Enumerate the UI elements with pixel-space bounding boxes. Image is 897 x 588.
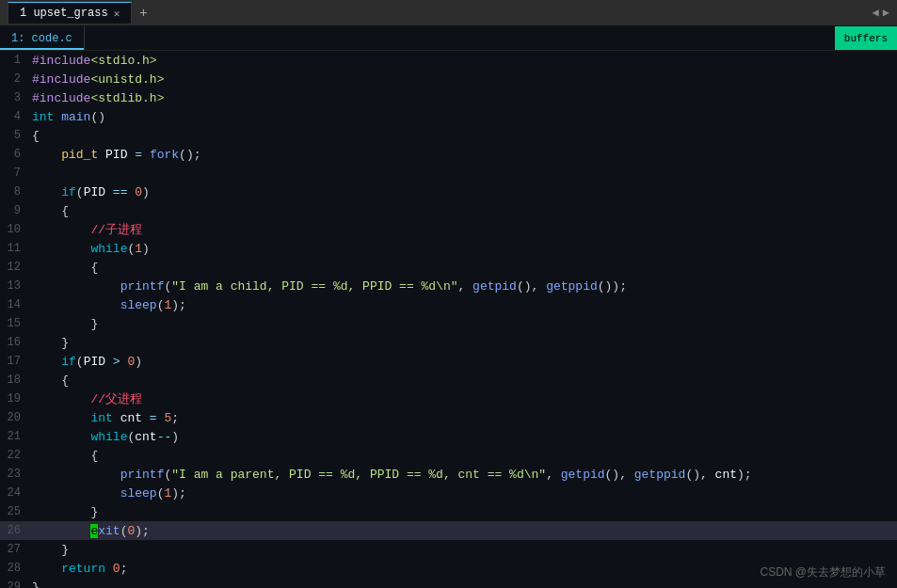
code-line-17: 17 if(PID > 0) xyxy=(0,352,897,371)
line-content-15: } xyxy=(28,317,98,331)
file-tab-label: 1: code.c xyxy=(11,32,72,45)
line-number-11: 11 xyxy=(0,242,28,255)
code-line-1: 1 #include<stdio.h> xyxy=(0,51,897,70)
line-number-18: 18 xyxy=(0,373,28,387)
line-content-10: //子进程 xyxy=(28,221,142,238)
line-content-29: } xyxy=(28,580,40,589)
line-number-8: 8 xyxy=(0,185,28,199)
line-number-5: 5 xyxy=(0,129,28,142)
code-line-26: 26 exit(0); xyxy=(0,521,897,540)
line-content-1: #include<stdio.h> xyxy=(28,54,157,68)
active-tab[interactable]: 1 upset_grass ✕ xyxy=(8,2,132,24)
line-content-20: int cnt = 5; xyxy=(28,411,179,425)
line-number-7: 7 xyxy=(0,167,28,180)
code-line-22: 22 { xyxy=(0,446,897,465)
code-line-12: 12 { xyxy=(0,258,897,277)
line-number-3: 3 xyxy=(0,91,28,104)
line-number-22: 22 xyxy=(0,449,28,462)
code-line-4: 4 int main() xyxy=(0,107,897,126)
line-number-29: 29 xyxy=(0,580,28,588)
file-tab-code-c[interactable]: 1: code.c xyxy=(0,26,85,50)
line-number-23: 23 xyxy=(0,468,28,481)
code-line-23: 23 printf("I am a parent, PID == %d, PPI… xyxy=(0,465,897,484)
code-line-27: 27 } xyxy=(0,540,897,559)
code-line-3: 3 #include<stdlib.h> xyxy=(0,88,897,107)
code-line-2: 2 #include<unistd.h> xyxy=(0,70,897,88)
nav-right-icon[interactable]: ▶ xyxy=(883,6,889,20)
line-content-9: { xyxy=(28,204,69,218)
line-number-19: 19 xyxy=(0,392,28,405)
line-content-5: { xyxy=(28,129,40,143)
code-line-15: 15 } xyxy=(0,314,897,333)
line-content-21: while(cnt--) xyxy=(28,430,179,444)
line-number-15: 15 xyxy=(0,317,28,330)
code-line-21: 21 while(cnt--) xyxy=(0,427,897,446)
line-content-23: printf("I am a parent, PID == %d, PPID =… xyxy=(28,468,752,482)
line-content-28: return 0; xyxy=(28,562,127,576)
nav-left-icon[interactable]: ◀ xyxy=(873,6,879,20)
line-content-14: sleep(1); xyxy=(28,298,186,312)
code-line-8: 8 if(PID == 0) xyxy=(0,183,897,201)
line-content-24: sleep(1); xyxy=(28,486,186,501)
line-content-12: { xyxy=(28,261,98,275)
tab-close-icon[interactable]: ✕ xyxy=(114,8,120,20)
line-content-2: #include<unistd.h> xyxy=(28,72,164,87)
tab-label: 1 upset_grass xyxy=(20,7,108,20)
line-content-6: pid_t PID = fork(); xyxy=(28,148,201,162)
file-tab-bar: 1: code.c buffers xyxy=(0,26,897,51)
code-line-13: 13 printf("I am a child, PID == %d, PPID… xyxy=(0,277,897,295)
code-line-7: 7 xyxy=(0,164,897,183)
line-content-13: printf("I am a child, PID == %d, PPID ==… xyxy=(28,279,627,294)
line-number-1: 1 xyxy=(0,54,28,67)
line-content-7 xyxy=(28,167,40,181)
line-number-25: 25 xyxy=(0,505,28,518)
code-line-11: 11 while(1) xyxy=(0,239,897,258)
line-number-28: 28 xyxy=(0,562,28,575)
line-number-6: 6 xyxy=(0,148,28,161)
line-number-10: 10 xyxy=(0,223,28,236)
line-number-13: 13 xyxy=(0,279,28,293)
line-number-17: 17 xyxy=(0,355,28,368)
line-number-14: 14 xyxy=(0,298,28,311)
line-content-26: exit(0); xyxy=(28,524,150,538)
code-line-5: 5 { xyxy=(0,126,897,145)
code-area: 1 #include<stdio.h> 2 #include<unistd.h>… xyxy=(0,51,897,588)
code-line-18: 18 { xyxy=(0,371,897,389)
line-content-16: } xyxy=(28,336,69,350)
code-line-6: 6 pid_t PID = fork(); xyxy=(0,145,897,164)
line-content-8: if(PID == 0) xyxy=(28,185,150,199)
line-number-4: 4 xyxy=(0,110,28,123)
line-content-17: if(PID > 0) xyxy=(28,355,142,369)
line-content-3: #include<stdlib.h> xyxy=(28,91,164,105)
add-tab-button[interactable]: + xyxy=(139,6,147,21)
line-number-2: 2 xyxy=(0,72,28,86)
line-number-26: 26 xyxy=(0,524,28,537)
line-number-16: 16 xyxy=(0,336,28,349)
code-line-9: 9 { xyxy=(0,201,897,220)
buffers-button[interactable]: buffers xyxy=(835,26,897,50)
line-number-21: 21 xyxy=(0,430,28,443)
code-line-16: 16 } xyxy=(0,333,897,352)
code-line-20: 20 int cnt = 5; xyxy=(0,408,897,427)
line-content-22: { xyxy=(28,449,98,463)
line-number-12: 12 xyxy=(0,261,28,274)
code-line-19: 19 //父进程 xyxy=(0,389,897,408)
line-number-24: 24 xyxy=(0,486,28,500)
line-content-4: int main() xyxy=(28,110,105,124)
title-bar: 1 upset_grass ✕ + ◀ ▶ xyxy=(0,0,897,26)
line-content-11: while(1) xyxy=(28,242,150,256)
code-line-14: 14 sleep(1); xyxy=(0,295,897,314)
line-content-18: { xyxy=(28,373,69,388)
line-content-19: //父进程 xyxy=(28,390,142,407)
code-line-24: 24 sleep(1); xyxy=(0,484,897,502)
nav-arrows: ◀ ▶ xyxy=(873,6,889,20)
watermark: CSDN @失去梦想的小草 xyxy=(760,564,886,580)
line-number-9: 9 xyxy=(0,204,28,217)
code-line-10: 10 //子进程 xyxy=(0,220,897,239)
line-content-27: } xyxy=(28,543,69,557)
line-content-25: } xyxy=(28,505,98,519)
code-line-25: 25 } xyxy=(0,502,897,521)
line-number-27: 27 xyxy=(0,543,28,556)
line-number-20: 20 xyxy=(0,411,28,424)
